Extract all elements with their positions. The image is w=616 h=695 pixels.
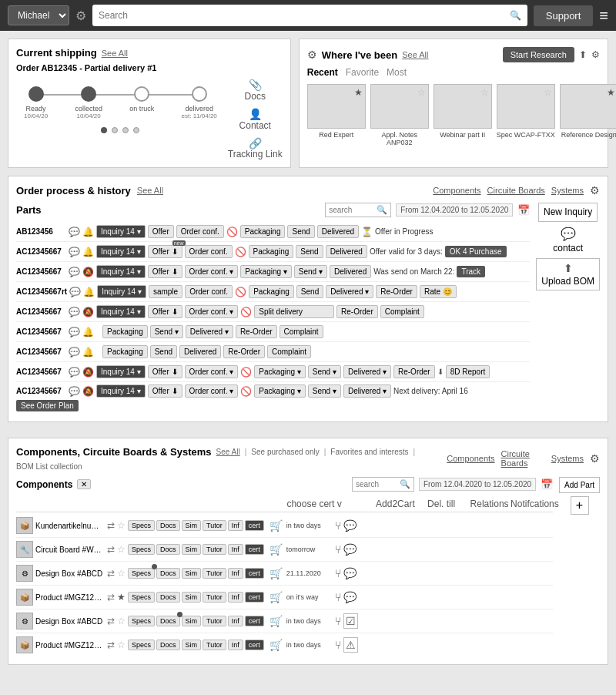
- comp-tutor-btn-6[interactable]: Tutor: [203, 640, 226, 650]
- row2-packaging-btn[interactable]: Packaging: [249, 245, 294, 258]
- comp-notif-4[interactable]: 💬: [343, 591, 357, 603]
- row9-orderconf-btn[interactable]: Order conf. ▾: [185, 384, 239, 398]
- row7-bell-icon[interactable]: 🔔: [82, 347, 94, 358]
- settings-icon[interactable]: ⚙: [591, 49, 600, 60]
- comp-specs-btn-2[interactable]: Specs: [128, 544, 155, 555]
- comp-cert-btn-2[interactable]: cert: [245, 544, 264, 555]
- comp-filter-circuite[interactable]: Circuite Boards: [501, 449, 545, 468]
- comp-docs-btn-5[interactable]: Docs: [156, 616, 180, 626]
- comp-docs-btn-6[interactable]: Docs: [156, 640, 180, 650]
- comp-inf-btn-3[interactable]: Inf: [228, 568, 243, 579]
- comp-tutor-btn-1[interactable]: Tutor: [203, 520, 226, 531]
- row1-orderconf-btn[interactable]: Order conf.: [176, 225, 224, 238]
- row5-split-delivery-btn[interactable]: Split delivery: [254, 305, 334, 318]
- hamburger-menu-button[interactable]: ≡: [599, 7, 608, 25]
- filter-circuite-boards[interactable]: Circuite Boards: [487, 186, 545, 195]
- comp-cert-btn-4[interactable]: cert: [245, 592, 264, 603]
- comp-docs-btn-4[interactable]: Docs: [156, 592, 180, 603]
- tab-most[interactable]: Most: [387, 67, 407, 78]
- row2-offer-btn[interactable]: Offer ⬇: [148, 245, 182, 258]
- comp-cert-btn-1[interactable]: cert: [245, 520, 264, 531]
- row8-send-btn[interactable]: Send ▾: [308, 365, 341, 378]
- row7-send-btn[interactable]: Send: [150, 345, 177, 358]
- tracking-link-button[interactable]: 🔗 Tracking Link: [228, 137, 283, 159]
- comp-sim-btn-5[interactable]: Sim: [182, 616, 202, 626]
- row2-inquiry-btn[interactable]: Inquiry 14 ▾: [96, 245, 146, 258]
- comp-sim-btn-1[interactable]: Sim: [182, 520, 202, 531]
- row4-sample-btn[interactable]: sample: [149, 285, 182, 298]
- comp-sim-btn-3[interactable]: Sim: [182, 568, 202, 579]
- row3-send-btn[interactable]: Send ▾: [294, 265, 327, 278]
- comp-share-6[interactable]: ⇄: [107, 640, 115, 650]
- row9-packaging-btn[interactable]: Packaging ▾: [254, 384, 305, 398]
- row4-orderconf-btn[interactable]: Order conf.: [185, 285, 233, 298]
- row6-complaint-btn[interactable]: Complaint: [280, 325, 323, 338]
- row4-chat-icon[interactable]: 💬: [69, 287, 81, 297]
- tab-recent[interactable]: Recent: [307, 67, 338, 78]
- calendar-icon[interactable]: 📅: [517, 204, 530, 216]
- share-icon[interactable]: ⬆: [579, 49, 587, 60]
- comp-relations-6[interactable]: ⑂: [335, 639, 341, 651]
- comp-cart-6[interactable]: 🛒: [270, 639, 283, 651]
- row4-reorder-btn[interactable]: Re-Order: [376, 285, 417, 298]
- row3-orderconf-btn[interactable]: Order conf. ▾: [185, 265, 239, 278]
- comp-specs-btn-4[interactable]: Specs: [128, 592, 155, 603]
- row4-packaging-btn[interactable]: Packaging: [249, 285, 294, 298]
- comp-relations-5[interactable]: ⑂: [335, 615, 341, 627]
- comp-share-1[interactable]: ⇄: [107, 520, 115, 531]
- row5-complaint-btn[interactable]: Complaint: [380, 305, 424, 318]
- row7-complaint-btn[interactable]: Complaint: [267, 345, 311, 358]
- comp-sim-btn-6[interactable]: Sim: [182, 640, 202, 650]
- row3-chat-icon[interactable]: 💬: [69, 267, 80, 277]
- row3-delivered-btn[interactable]: Delivered: [330, 265, 371, 278]
- comp-cart-2[interactable]: 🛒: [270, 543, 283, 556]
- comp-share-3[interactable]: ⇄: [107, 568, 115, 579]
- row9-send-btn[interactable]: Send ▾: [308, 384, 341, 398]
- comp-star-3[interactable]: ☆: [117, 568, 126, 579]
- comp-notif-2[interactable]: 💬: [343, 543, 357, 556]
- row8-delivered-btn[interactable]: Delivered ▾: [343, 365, 391, 378]
- comp-specs-btn-6[interactable]: Specs: [128, 640, 155, 650]
- comp-star-2[interactable]: ☆: [117, 544, 126, 555]
- row7-delivered-btn[interactable]: Delivered: [179, 345, 221, 358]
- support-button[interactable]: Support: [534, 5, 594, 26]
- row1-bell-icon[interactable]: 🔔: [82, 227, 94, 237]
- comp-star-6[interactable]: ☆: [117, 640, 126, 650]
- comp-star-4[interactable]: ★: [117, 592, 126, 603]
- comp-cart-5[interactable]: 🛒: [270, 615, 283, 627]
- row8-reorder-btn[interactable]: Re-Order: [393, 365, 435, 378]
- row2-ok4purchase-btn[interactable]: OK 4 Purchase: [445, 246, 507, 257]
- row5-inquiry-btn[interactable]: Inquiry 14 ▾: [96, 305, 146, 318]
- row6-delivered-btn[interactable]: Delivered ▾: [186, 325, 233, 338]
- comp-cart-4[interactable]: 🛒: [270, 591, 283, 603]
- row6-send-btn[interactable]: Send ▾: [150, 325, 183, 338]
- row2-send-btn[interactable]: Send: [296, 245, 323, 258]
- comp-notif-1[interactable]: 💬: [343, 519, 357, 532]
- comp-cart-1[interactable]: 🛒: [270, 519, 283, 532]
- gear-comp-icon[interactable]: ⚙: [590, 452, 600, 465]
- row8-offer-btn[interactable]: Offer ⬇: [148, 365, 182, 378]
- comp-specs-btn-1[interactable]: Specs: [128, 520, 155, 531]
- docs-button[interactable]: 📎 Docs: [245, 79, 266, 102]
- comp-bom[interactable]: BOM List collection: [16, 462, 82, 471]
- row1-packaging-btn[interactable]: Packaging: [240, 225, 286, 238]
- comp-cert-btn-5[interactable]: cert: [245, 616, 264, 626]
- row8-8dreport-btn[interactable]: 8D Report: [446, 365, 490, 378]
- gear-settings-button[interactable]: ⚙: [75, 8, 86, 23]
- comp-tutor-btn-2[interactable]: Tutor: [203, 544, 226, 555]
- row8-packaging-btn[interactable]: Packaging ▾: [254, 365, 305, 378]
- parts-search-input[interactable]: [329, 206, 375, 214]
- row1-send-btn[interactable]: Send: [287, 225, 314, 238]
- comp-cert-btn-3[interactable]: cert: [245, 568, 264, 579]
- row9-offer-btn[interactable]: Offer ⬇: [148, 384, 182, 398]
- row6-reorder-btn[interactable]: Re-Order: [236, 325, 277, 338]
- comp-share-4[interactable]: ⇄: [107, 592, 115, 603]
- comp-cart-3[interactable]: 🛒: [270, 567, 283, 579]
- row9-see-order-plan-btn[interactable]: See Order Plan: [16, 400, 79, 411]
- upload-bom-button[interactable]: ⬆ Upload BOM: [536, 258, 600, 290]
- row8-orderconf-btn[interactable]: Order conf. ▾: [185, 365, 239, 378]
- comp-filter-systems[interactable]: Systems: [551, 454, 584, 463]
- row2-orderconf-btn[interactable]: Order conf.: [185, 245, 233, 258]
- comp-tutor-btn-4[interactable]: Tutor: [203, 592, 226, 603]
- row6-bell-icon[interactable]: 🔔: [82, 327, 94, 337]
